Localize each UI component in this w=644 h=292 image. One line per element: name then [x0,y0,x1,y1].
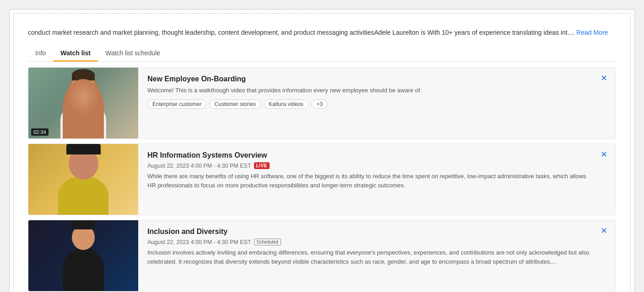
tabs-container: Info Watch list Watch list schedule [28,45,616,62]
read-more-link[interactable]: Read More [576,29,608,36]
video-desc-1: Welcome! This is a walkthough video that… [147,86,594,95]
video-meta-2: August 22, 2023 4:00 PM - 4:30 PM EST LI… [147,162,594,169]
person-body-3 [63,248,104,291]
video-desc-2: While there are many benefits of using H… [147,172,594,190]
video-list: 02:34 New Employee On-Boarding Welcome! … [28,62,616,292]
tag-enterprise-customer[interactable]: Enterprise customer [147,100,206,109]
person-body-2 [58,176,108,215]
page-wrapper: conduct market research and market plann… [9,9,635,292]
person-body [60,102,106,138]
video-item-2: HR Information Systems Overview August 2… [28,143,616,215]
video-thumbnail-1[interactable]: 02:34 [28,68,138,138]
close-button-1[interactable]: ✕ [599,72,609,84]
person-head [70,76,97,106]
video-thumbnail-2[interactable] [28,144,138,215]
video-tags-1: Enterprise customer Customer stories Kal… [147,100,594,109]
intro-text: conduct market research and market plann… [28,19,616,45]
video-title-2: HR Information Systems Overview [147,151,594,159]
video-title-1: New Employee On-Boarding [147,75,594,83]
thumbnail-person-3 [42,220,124,291]
live-badge-2: LIVE [254,162,270,169]
tab-watch-list-schedule[interactable]: Watch list schedule [98,45,168,61]
tab-info[interactable]: Info [28,45,53,61]
close-button-2[interactable]: ✕ [599,149,609,160]
scheduled-badge-3: Scheduled [254,239,281,245]
tag-more[interactable]: +3 [311,100,328,109]
video-thumbnail-3[interactable] [28,220,138,291]
video-title-3: Inclusion and Diversity [147,228,594,236]
close-button-3[interactable]: ✕ [599,225,609,237]
duration-badge-1: 02:34 [31,128,49,136]
video-meta-3: August 22, 2023 4:00 PM - 4:30 PM EST Sc… [147,239,594,245]
video-info-2: HR Information Systems Overview August 2… [138,144,616,202]
tab-watch-list[interactable]: Watch list [53,45,98,61]
video-date-2: August 22, 2023 4:00 PM - 4:30 PM EST [147,163,251,169]
video-info-1: New Employee On-Boarding Welcome! This i… [138,68,616,116]
thumbnail-person-2 [42,144,124,215]
video-info-3: Inclusion and Diversity August 22, 2023 … [138,220,616,278]
video-desc-3: Inclusion involves actively inviting and… [147,248,594,266]
person-head-2 [69,148,98,180]
tag-customer-stories[interactable]: Customer stories [209,100,261,109]
intro-body: conduct market research and market plann… [28,29,574,36]
tag-kaltura-videos[interactable]: Kaltura videos [264,100,308,109]
person-head-3 [72,225,95,250]
video-date-3: August 22, 2023 4:00 PM - 4:30 PM EST [147,239,251,245]
content-area: conduct market research and market plann… [10,10,634,292]
thumbnail-person-1 [42,68,124,138]
video-item-1: 02:34 New Employee On-Boarding Welcome! … [28,67,616,139]
video-item-3: Inclusion and Diversity August 22, 2023 … [28,220,616,292]
